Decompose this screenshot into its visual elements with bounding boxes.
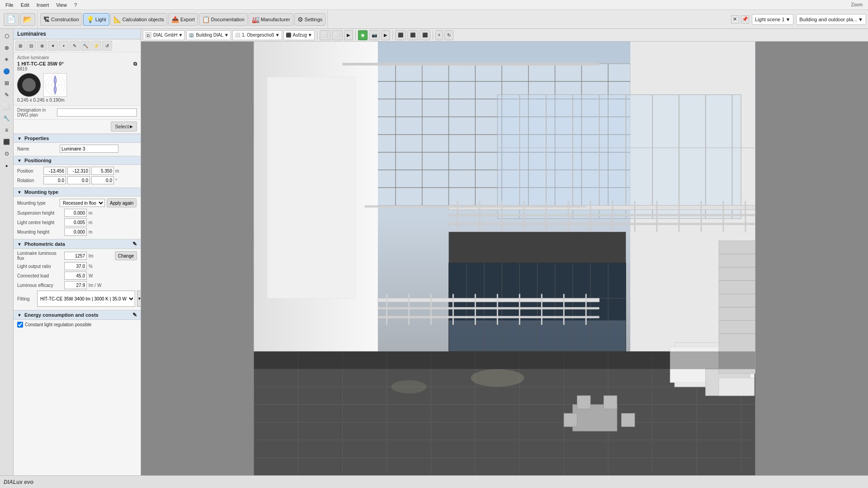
- panel-btn-7[interactable]: 🔨: [80, 41, 90, 51]
- calculation-objects-btn[interactable]: 📐 Calculation objects: [110, 13, 167, 26]
- panel-btn-9[interactable]: ↺: [102, 41, 112, 51]
- luminous-efficacy-label: Luminous efficacy: [17, 283, 62, 288]
- camera-btn-3[interactable]: ▶: [381, 30, 390, 40]
- svg-rect-92: [622, 413, 635, 427]
- left-tool-11[interactable]: ⊙: [1, 148, 12, 159]
- new-btn[interactable]: 📄: [4, 13, 19, 26]
- connected-load-input[interactable]: [64, 272, 87, 280]
- photometric-edit-icon[interactable]: ✎: [132, 241, 137, 247]
- panel-btn-8[interactable]: ⚡: [91, 41, 101, 51]
- rot-y-input[interactable]: [67, 176, 90, 184]
- panel-btn-2[interactable]: ⊟: [26, 41, 36, 51]
- view-control-2[interactable]: ⬛: [407, 30, 418, 40]
- view-mode-btn-3[interactable]: ▶: [344, 30, 353, 40]
- left-tool-12[interactable]: ⬥: [1, 160, 12, 171]
- dwg-input[interactable]: [57, 108, 137, 117]
- mounting-type-select[interactable]: Recessed in floor: [60, 199, 105, 207]
- rot-z-input[interactable]: [91, 176, 114, 184]
- properties-collapse-icon[interactable]: ▼: [17, 136, 22, 141]
- energy-edit-icon[interactable]: ✎: [132, 312, 137, 318]
- building-dropdown[interactable]: Building and outdoor pla... ▼: [796, 14, 866, 25]
- left-tool-10[interactable]: ⬛: [1, 136, 12, 147]
- positioning-content: Position m Rotation °: [14, 165, 141, 188]
- name-label: Name: [17, 146, 58, 151]
- refresh-btn[interactable]: ↻: [444, 30, 453, 40]
- light-centre-height-input[interactable]: [64, 218, 87, 226]
- suspension-height-row: Suspension height m: [17, 209, 137, 217]
- vp-sep-1: [317, 31, 317, 40]
- building-dial-dropdown[interactable]: 🏢 Building DIAL ▼: [186, 30, 231, 40]
- mounting-height-input[interactable]: [64, 228, 87, 236]
- fitting-arrow-icon[interactable]: ▼: [137, 291, 141, 307]
- left-tool-1[interactable]: ⬡: [1, 31, 12, 42]
- rotation-row: Rotation °: [17, 176, 137, 184]
- suspension-height-input[interactable]: [64, 209, 87, 217]
- position-unit: m: [115, 169, 119, 174]
- positioning-label: Positioning: [24, 158, 52, 163]
- constant-light-row: Constant light regulation possible: [17, 322, 137, 328]
- menu-edit[interactable]: Edit: [17, 0, 33, 10]
- left-tool-8[interactable]: 🔧: [1, 113, 12, 124]
- settings-btn[interactable]: ⚙ Settings: [294, 13, 326, 26]
- menu-file[interactable]: File: [2, 0, 17, 10]
- menu-insert[interactable]: Insert: [33, 0, 53, 10]
- left-tool-9[interactable]: ≡: [1, 125, 12, 136]
- pin-btn[interactable]: 📌: [741, 15, 749, 23]
- view-mode-btn-1[interactable]: ⬜: [320, 30, 330, 40]
- manufacturer-btn[interactable]: 🏭 Manufacturer: [249, 13, 293, 26]
- select-button[interactable]: Select ▶: [111, 122, 137, 131]
- panel-btn-4[interactable]: ✦: [48, 41, 58, 51]
- svg-rect-25: [267, 77, 356, 298]
- settings-icon: ⚙: [297, 16, 303, 23]
- doc-label: Documentation: [211, 17, 245, 22]
- plus-btn[interactable]: +: [435, 30, 443, 40]
- menu-view[interactable]: View: [52, 0, 71, 10]
- menu-help[interactable]: ?: [71, 0, 80, 10]
- dial-gmbh-dropdown[interactable]: D DIAL GmbH ▼: [143, 30, 185, 40]
- light-btn[interactable]: 💡 Light: [83, 13, 109, 26]
- close-btn[interactable]: ✕: [731, 15, 739, 23]
- change-btn[interactable]: Change: [115, 251, 137, 260]
- view-control-1[interactable]: ⬛: [395, 30, 406, 40]
- view-control-3[interactable]: ⬛: [420, 30, 430, 40]
- energy-collapse-icon[interactable]: ▼: [17, 313, 22, 318]
- left-tool-2[interactable]: ⊕: [1, 42, 12, 53]
- apply-again-btn[interactable]: Apply again: [107, 198, 137, 207]
- fitting-select[interactable]: HIT-TC-CE 35W 3400 lm | 3000 K | 35.0 W: [37, 291, 135, 307]
- constant-light-checkbox[interactable]: [17, 322, 23, 328]
- rot-x-input[interactable]: [43, 176, 66, 184]
- panel-btn-5[interactable]: •: [59, 41, 69, 51]
- construction-btn[interactable]: 🏗 Construction: [40, 13, 82, 26]
- left-tool-5[interactable]: ⊞: [1, 78, 12, 89]
- name-input[interactable]: [60, 145, 118, 153]
- left-tool-4[interactable]: 🔵: [1, 66, 12, 77]
- vp-sep-3: [392, 31, 393, 40]
- pos-x-input[interactable]: [43, 167, 66, 175]
- building-chevron-icon: ▼: [858, 17, 863, 22]
- elevator-dropdown[interactable]: ⬛ Aufzug ▼: [283, 30, 315, 40]
- left-tool-7[interactable]: ⬜: [1, 101, 12, 112]
- positioning-collapse-icon[interactable]: ▼: [17, 158, 22, 163]
- scene-dropdown[interactable]: Light scene 1 ▼: [752, 14, 793, 25]
- view-mode-btn-2[interactable]: ⬜: [332, 30, 343, 40]
- 3d-viewport[interactable]: [141, 42, 868, 475]
- open-btn[interactable]: 📂: [20, 13, 35, 26]
- pos-y-input[interactable]: [67, 167, 90, 175]
- documentation-btn[interactable]: 📋 Documentation: [199, 13, 248, 26]
- photometric-collapse-icon[interactable]: ▼: [17, 242, 22, 247]
- floor-dropdown[interactable]: ⬜ 1. Obergeschoß ▼: [232, 30, 282, 40]
- camera-btn-2[interactable]: 📷: [369, 30, 380, 40]
- luminaire-flux-input[interactable]: [64, 252, 87, 260]
- left-tool-3[interactable]: ☀: [1, 54, 12, 65]
- light-output-input[interactable]: [64, 262, 87, 270]
- pos-z-input[interactable]: [91, 167, 114, 175]
- panel-btn-6[interactable]: ✎: [70, 41, 80, 51]
- export-btn[interactable]: 📤 Export: [168, 13, 198, 26]
- luminous-efficacy-input[interactable]: [64, 281, 87, 289]
- left-tool-6[interactable]: ✎: [1, 89, 12, 100]
- copy-luminaire-icon[interactable]: ⧉: [133, 61, 137, 67]
- panel-btn-1[interactable]: ⊞: [15, 41, 25, 51]
- mounting-collapse-icon[interactable]: ▼: [17, 190, 22, 195]
- panel-btn-3[interactable]: ⊕: [37, 41, 47, 51]
- camera-btn-1[interactable]: ◉: [358, 30, 368, 40]
